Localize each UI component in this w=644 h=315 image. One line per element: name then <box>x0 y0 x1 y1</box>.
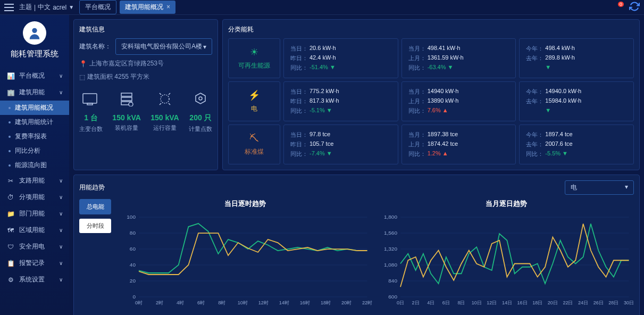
tab-close-icon[interactable]: × <box>166 3 170 11</box>
refresh-icon[interactable] <box>629 1 640 13</box>
svg-text:2时: 2时 <box>156 300 163 305</box>
energy-panel-title: 分类能耗 <box>228 25 634 34</box>
nav-sub-1-4[interactable]: 能源流向图 <box>0 158 69 172</box>
user-caret-icon[interactable]: ▼ <box>69 4 74 10</box>
nav-item-2[interactable]: ✂支路用能∨ <box>0 172 69 189</box>
nav-sub-1-2[interactable]: 复费率报表 <box>0 129 69 144</box>
svg-text:4时: 4时 <box>177 300 184 305</box>
nav-icon: ✂ <box>6 177 15 185</box>
nav-icon: 🛡 <box>6 243 15 251</box>
svg-text:60: 60 <box>130 246 136 252</box>
building-select[interactable]: 安科瑞电气股份有限公司A楼 ▾ <box>115 38 212 55</box>
renewable-icon: ☀ <box>250 46 258 58</box>
trend-title: 用能趋势 <box>79 183 105 192</box>
svg-text:10日: 10日 <box>471 300 481 305</box>
trend-btn-0[interactable]: 总电能 <box>79 199 111 214</box>
svg-text:0: 0 <box>132 294 136 300</box>
svg-text:22日: 22日 <box>563 300 573 305</box>
energy-card-0-2: 今年：498.4 kW·h 去年：289.8 kW·h ▼ <box>519 38 634 78</box>
nav-icon: 🗺 <box>6 227 15 234</box>
area-icon: ⬚ <box>79 73 85 81</box>
svg-text:20日: 20日 <box>547 300 557 305</box>
building-info-panel: 建筑信息 建筑名称： 安科瑞电气股份有限公司A楼 ▾ 📍上海市嘉定区育绿路253… <box>73 19 218 170</box>
svg-text:18时: 18时 <box>321 300 331 305</box>
svg-text:12日: 12日 <box>487 300 497 305</box>
nav-sub-1-1[interactable]: 建筑用能统计 <box>0 115 69 129</box>
nav-item-1[interactable]: 🏢建筑用能∨ <box>0 84 69 101</box>
nav-icon: 📁 <box>6 210 15 218</box>
energy-panel: 分类能耗 ☀可再生能源当日：20.6 kW·h 昨日：42.4 kW·h 同比：… <box>222 19 640 170</box>
nav-item-0[interactable]: 📊平台概况∨ <box>0 68 69 84</box>
stat-icon <box>189 90 212 108</box>
svg-text:600: 600 <box>388 294 397 300</box>
nav-icon: 📋 <box>6 260 15 267</box>
building-address: 📍上海市嘉定区育绿路253号 <box>79 59 212 68</box>
chevron-icon: ∨ <box>59 211 63 217</box>
energy-card-0-0: 当日：20.6 kW·h 昨日：42.4 kW·h 同比：-51.4% ▼ <box>283 38 398 78</box>
svg-text:26日: 26日 <box>593 300 603 305</box>
coal-icon: ⛏ <box>249 133 259 144</box>
nav-item-6[interactable]: 🛡安全用电∨ <box>0 238 69 255</box>
user-label[interactable]: acrel <box>53 4 66 11</box>
nav-item-4[interactable]: 📁部门用能∨ <box>0 205 69 222</box>
svg-text:2日: 2日 <box>412 300 419 305</box>
svg-text:1,800: 1,800 <box>384 214 397 220</box>
separator: | <box>34 4 36 11</box>
energy-category-renewable: ☀可再生能源 <box>228 38 280 78</box>
left-chart-title: 当日逐时趋势 <box>118 199 373 209</box>
trend-btn-1[interactable]: 分时段 <box>79 219 111 233</box>
svg-text:6时: 6时 <box>197 300 205 305</box>
svg-rect-4 <box>121 97 132 101</box>
nav-icon: ⏱ <box>6 194 15 201</box>
trend-panel: 用能趋势 电 ▾ 总电能分时段 当日逐时趋势 0204060801000时2时4… <box>73 175 640 315</box>
chevron-icon: ∨ <box>59 194 63 200</box>
svg-text:22时: 22时 <box>362 300 372 305</box>
svg-text:12时: 12时 <box>258 300 269 305</box>
tab-building-energy[interactable]: 建筑用能概况× <box>120 1 175 14</box>
energy-card-1-1: 当月：14940 kW·h 上月：13890 kW·h 同比：7.6% ▲ <box>402 81 516 121</box>
app-title: 能耗管理系统 <box>0 49 69 59</box>
svg-rect-3 <box>121 93 132 96</box>
lang-label[interactable]: 中文 <box>38 3 51 12</box>
chevron-down-icon: ▾ <box>203 43 206 51</box>
avatar[interactable] <box>23 21 46 45</box>
svg-point-6 <box>129 102 133 106</box>
svg-rect-2 <box>87 103 93 105</box>
energy-card-1-2: 今年：14940.0 kW·h 去年：15984.0 kW·h ▼ <box>519 81 634 121</box>
nav-icon: ⚙ <box>6 276 15 284</box>
nav-item-8[interactable]: ⚙系统设置∨ <box>0 271 69 288</box>
svg-text:840: 840 <box>388 278 397 284</box>
svg-text:1,320: 1,320 <box>384 246 397 252</box>
svg-text:0时: 0时 <box>135 300 143 305</box>
chevron-icon: ∨ <box>59 260 63 266</box>
chevron-icon: ∨ <box>59 244 63 250</box>
trend-type-select[interactable]: 电 ▾ <box>565 180 634 195</box>
svg-text:1,080: 1,080 <box>384 262 397 268</box>
svg-text:4日: 4日 <box>427 300 434 305</box>
nav-item-5[interactable]: 🗺区域用能∨ <box>0 222 69 238</box>
nav-item-3[interactable]: ⏱分项用能∨ <box>0 189 69 205</box>
tab-platform-overview[interactable]: 平台概况 <box>79 0 116 14</box>
stat-3: 200 只计量点数 <box>189 90 212 133</box>
svg-text:24日: 24日 <box>578 300 588 305</box>
svg-text:8时: 8时 <box>218 300 225 305</box>
stat-icon <box>79 90 103 108</box>
energy-category-coal: ⛏标准煤 <box>228 125 280 164</box>
svg-text:20时: 20时 <box>341 300 352 305</box>
svg-point-8 <box>199 97 202 100</box>
svg-text:14日: 14日 <box>501 300 512 305</box>
energy-card-0-1: 当月：498.41 kW·h 上月：1361.59 kW·h 同比：-63.4%… <box>402 38 516 78</box>
theme-label[interactable]: 主题 <box>19 3 32 12</box>
svg-text:8日: 8日 <box>457 300 465 305</box>
svg-text:100: 100 <box>127 214 136 220</box>
chevron-icon: ∨ <box>59 89 63 95</box>
nav-sub-1-0[interactable]: 建筑用能概况 <box>0 101 69 115</box>
menu-icon[interactable] <box>4 4 14 11</box>
nav-item-7[interactable]: 📋报警记录∨ <box>0 255 69 271</box>
svg-text:6日: 6日 <box>442 300 449 305</box>
nav-sub-1-3[interactable]: 同比分析 <box>0 144 69 158</box>
svg-text:28日: 28日 <box>608 300 618 305</box>
svg-text:80: 80 <box>130 230 136 236</box>
nav-icon: 📊 <box>6 72 15 80</box>
svg-rect-1 <box>83 94 97 103</box>
